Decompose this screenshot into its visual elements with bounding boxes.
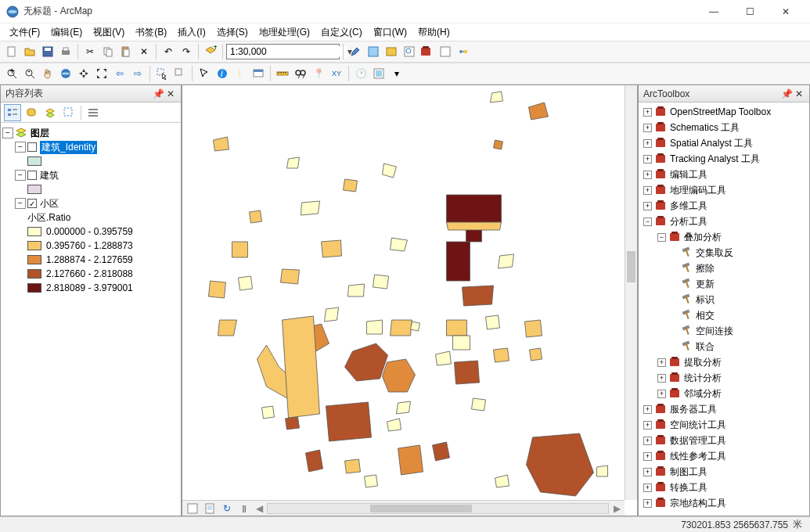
toc-button[interactable] bbox=[365, 43, 382, 60]
symbol-swatch[interactable] bbox=[27, 156, 41, 166]
vertical-scrollbar[interactable] bbox=[625, 85, 637, 500]
undo-button[interactable]: ↶ bbox=[160, 43, 177, 60]
minimize-button[interactable]: ― bbox=[696, 0, 732, 23]
layer-name[interactable]: 小区 bbox=[40, 197, 59, 210]
expand-toggle[interactable]: − bbox=[15, 198, 26, 209]
pin-icon[interactable]: 📌 bbox=[153, 88, 164, 99]
list-by-selection-tab[interactable] bbox=[60, 104, 77, 121]
toolbox-item[interactable]: +多维工具 bbox=[640, 198, 808, 214]
expand-toggle[interactable]: − bbox=[2, 128, 13, 138]
expand-toggle[interactable]: + bbox=[643, 421, 652, 430]
toolbox-item[interactable]: −叠加分析 bbox=[640, 229, 808, 245]
menu-item[interactable]: 地理处理(G) bbox=[254, 24, 315, 41]
toolbox-item[interactable]: +OpenStreetMap Toolbox bbox=[640, 104, 808, 120]
new-button[interactable] bbox=[3, 43, 20, 60]
menu-item[interactable]: 视图(V) bbox=[88, 24, 129, 41]
hyperlink-button[interactable] bbox=[232, 65, 249, 82]
zoom-in-button[interactable]: + bbox=[3, 65, 20, 82]
pan-button[interactable] bbox=[39, 65, 56, 82]
identify-button[interactable]: i bbox=[214, 65, 231, 82]
expand-toggle[interactable]: + bbox=[657, 358, 666, 367]
toolbox-item[interactable]: +编辑工具 bbox=[640, 167, 808, 182]
expand-toggle[interactable]: + bbox=[643, 108, 652, 117]
toolbox-item[interactable]: +Tracking Analyst 工具 bbox=[640, 151, 808, 167]
list-by-visibility-tab[interactable] bbox=[41, 104, 59, 121]
fixed-zoom-out-button[interactable] bbox=[93, 65, 110, 82]
expand-toggle[interactable]: + bbox=[643, 186, 652, 195]
scale-combo[interactable]: ▾ bbox=[226, 44, 340, 59]
tool-item[interactable]: 交集取反 bbox=[640, 245, 808, 261]
horizontal-scrollbar[interactable] bbox=[267, 503, 609, 514]
expand-toggle[interactable]: − bbox=[15, 170, 26, 181]
catalog-button[interactable] bbox=[383, 43, 400, 60]
add-data-button[interactable]: + bbox=[202, 43, 219, 60]
expand-toggle[interactable]: + bbox=[643, 202, 652, 210]
toolbox-item[interactable]: +Schematics 工具 bbox=[640, 120, 808, 135]
toolbox-item[interactable]: −分析工具 bbox=[640, 214, 808, 229]
menu-item[interactable]: 自定义(C) bbox=[316, 24, 367, 41]
open-button[interactable] bbox=[21, 43, 38, 60]
measure-button[interactable] bbox=[274, 65, 291, 82]
fixed-zoom-in-button[interactable] bbox=[75, 65, 92, 82]
select-features-button[interactable] bbox=[153, 65, 171, 82]
expand-toggle[interactable]: + bbox=[643, 171, 652, 179]
expand-toggle[interactable]: + bbox=[643, 499, 652, 508]
goto-xy-button[interactable]: XY bbox=[328, 65, 345, 82]
tool-item[interactable]: 空间连接 bbox=[640, 323, 808, 339]
tool-item[interactable]: 更新 bbox=[640, 276, 808, 292]
forward-button[interactable]: ⇨ bbox=[129, 65, 146, 82]
cut-button[interactable]: ✂ bbox=[81, 43, 99, 60]
menu-item[interactable]: 文件(F) bbox=[5, 24, 45, 41]
symbol-swatch[interactable] bbox=[27, 269, 41, 279]
scroll-right-button[interactable]: ▶ bbox=[612, 503, 621, 514]
layer-checkbox[interactable] bbox=[27, 171, 37, 180]
toolbox-item[interactable]: +空间统计工具 bbox=[640, 417, 808, 433]
tool-item[interactable]: 擦除 bbox=[640, 261, 808, 276]
menu-item[interactable]: 书签(B) bbox=[131, 24, 171, 41]
python-button[interactable] bbox=[437, 43, 454, 60]
toolbox-item[interactable]: +地理编码工具 bbox=[640, 182, 808, 198]
expand-toggle[interactable]: + bbox=[657, 374, 666, 383]
time-slider-button[interactable]: 🕐 bbox=[352, 65, 369, 82]
search-button[interactable] bbox=[401, 43, 418, 60]
expand-toggle[interactable]: + bbox=[643, 139, 652, 148]
expand-toggle[interactable]: + bbox=[643, 437, 652, 445]
copy-button[interactable] bbox=[99, 43, 117, 60]
find-button[interactable] bbox=[292, 65, 309, 82]
expand-toggle[interactable]: + bbox=[643, 483, 652, 492]
expand-toggle[interactable]: − bbox=[643, 217, 652, 226]
expand-toggle[interactable]: − bbox=[657, 233, 666, 242]
paste-button[interactable] bbox=[117, 43, 135, 60]
toolbox-item[interactable]: +统计分析 bbox=[640, 370, 808, 386]
symbol-swatch[interactable] bbox=[27, 185, 41, 194]
menu-item[interactable]: 插入(I) bbox=[173, 24, 210, 41]
pause-button[interactable]: || bbox=[237, 502, 251, 515]
symbol-swatch[interactable] bbox=[27, 255, 41, 264]
menu-item[interactable]: 帮助(H) bbox=[413, 24, 455, 41]
menu-item[interactable]: 编辑(E) bbox=[46, 24, 87, 41]
pin-icon[interactable]: 📌 bbox=[781, 88, 792, 99]
expand-toggle[interactable]: − bbox=[15, 142, 26, 153]
viewer-dropdown[interactable]: ▾ bbox=[388, 65, 405, 82]
create-viewer-button[interactable] bbox=[370, 65, 387, 82]
model-builder-button[interactable] bbox=[455, 43, 472, 60]
editor-toolbar-button[interactable] bbox=[347, 43, 364, 60]
redo-button[interactable]: ↷ bbox=[178, 43, 195, 60]
refresh-button[interactable]: ↻ bbox=[220, 502, 234, 515]
zoom-out-button[interactable]: - bbox=[21, 65, 38, 82]
map-canvas[interactable] bbox=[182, 85, 625, 500]
back-button[interactable]: ⇦ bbox=[111, 65, 128, 82]
scale-input[interactable] bbox=[230, 46, 347, 57]
toolbox-item[interactable]: +Spatial Analyst 工具 bbox=[640, 135, 808, 151]
menu-item[interactable]: 窗口(W) bbox=[369, 24, 412, 41]
toolbox-item[interactable]: +线性参考工具 bbox=[640, 448, 808, 464]
expand-toggle[interactable]: + bbox=[643, 452, 652, 461]
expand-toggle[interactable]: + bbox=[657, 390, 666, 398]
tool-item[interactable]: 联合 bbox=[640, 339, 808, 354]
arctoolbox-button[interactable] bbox=[419, 43, 436, 60]
print-button[interactable] bbox=[57, 43, 74, 60]
find-route-button[interactable]: 📍 bbox=[310, 65, 327, 82]
toolbox-item[interactable]: +制图工具 bbox=[640, 464, 808, 480]
map-view[interactable]: ↻ || ◀ ▶ bbox=[182, 84, 638, 516]
layer-name[interactable]: 建筑_Identity bbox=[40, 141, 97, 154]
